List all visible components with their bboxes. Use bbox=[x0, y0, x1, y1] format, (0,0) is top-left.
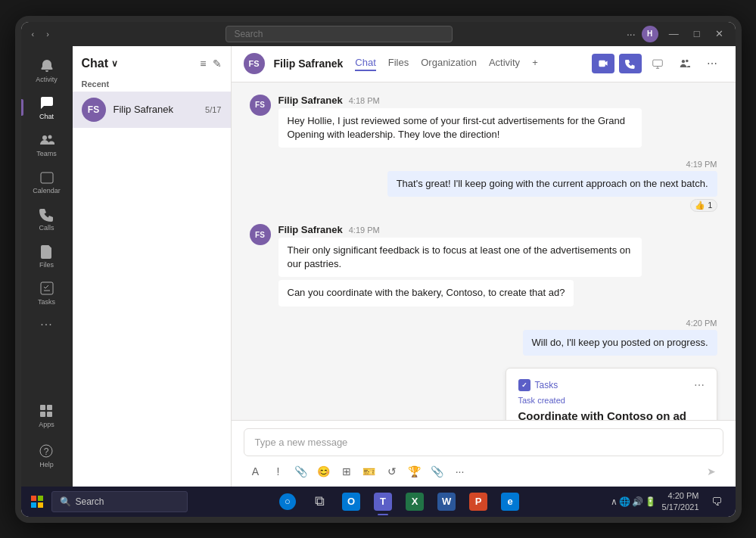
msg-bubble-2b: Can you coordinate with the bakery, Cont… bbox=[278, 280, 574, 306]
main-chat: FS Filip Safranek Chat Files Organizatio… bbox=[232, 46, 736, 487]
msg-avatar-2: FS bbox=[250, 224, 271, 245]
more-toolbar-button[interactable]: ··· bbox=[451, 462, 469, 480]
sidebar-item-calendar[interactable]: Calendar bbox=[21, 163, 73, 201]
tab-activity[interactable]: Activity bbox=[489, 57, 520, 71]
file-icon bbox=[39, 244, 54, 259]
sidebar-item-help[interactable]: ? Help bbox=[39, 437, 54, 474]
nav-back-button[interactable]: ‹ bbox=[29, 28, 38, 40]
taskbar-search-icon: 🔍 bbox=[60, 496, 71, 507]
audio-call-button[interactable] bbox=[619, 54, 642, 73]
attach-button[interactable]: 📎 bbox=[292, 462, 310, 480]
new-chat-icon[interactable]: ✎ bbox=[213, 58, 222, 70]
message-input-box[interactable]: Type a new message bbox=[244, 428, 723, 456]
screen-share-icon bbox=[652, 58, 663, 69]
video-call-button[interactable] bbox=[592, 54, 614, 73]
chat-panel-title: Chat ∨ bbox=[82, 57, 119, 70]
taskbar-excel[interactable]: X bbox=[400, 487, 430, 517]
praise-button[interactable]: 🏆 bbox=[406, 462, 424, 480]
title-bar-dots[interactable]: ··· bbox=[627, 28, 636, 40]
people-icon bbox=[680, 58, 690, 69]
sidebar-item-chat[interactable]: Chat bbox=[21, 89, 73, 126]
title-bar: ‹ › ··· H — □ ✕ bbox=[21, 22, 736, 46]
title-bar-search-input[interactable] bbox=[226, 26, 453, 42]
own-time-2: 4:20 PM bbox=[686, 319, 717, 328]
battery-icon[interactable]: 🔋 bbox=[645, 496, 656, 507]
sidebar-item-apps[interactable]: Apps bbox=[39, 397, 54, 434]
taskbar-cortana[interactable]: ○ bbox=[272, 487, 303, 517]
own-content: 4:19 PM That's great! I'll keep going wi… bbox=[387, 160, 717, 212]
reaction-badge: 👍 1 bbox=[690, 199, 717, 212]
more-dots-icon: ··· bbox=[40, 318, 52, 331]
sticker-button[interactable]: 🎫 bbox=[360, 462, 378, 480]
taskbar-teams[interactable]: T bbox=[368, 487, 398, 517]
taskbar: 🔍 Search ○ ⧉ O T X bbox=[21, 487, 736, 517]
powerpoint-icon: P bbox=[469, 493, 487, 511]
attachment2-button[interactable]: 📎 bbox=[428, 462, 446, 480]
app-area: Activity Chat Teams bbox=[21, 46, 736, 487]
tray-chevron-icon[interactable]: ∧ bbox=[611, 496, 618, 507]
chat-header: FS Filip Safranek Chat Files Organizatio… bbox=[232, 46, 736, 82]
chat-list-item[interactable]: FS Filip Safranek 5/17 bbox=[73, 92, 231, 128]
sidebar-item-teams[interactable]: Teams bbox=[21, 126, 73, 163]
svg-rect-14 bbox=[38, 496, 43, 501]
taskbar-powerpoint[interactable]: P bbox=[463, 487, 493, 517]
task-card-more-button[interactable]: ⋯ bbox=[694, 379, 705, 391]
screen-share-button[interactable] bbox=[646, 54, 669, 73]
taskbar-outlook[interactable]: O bbox=[336, 487, 366, 517]
svg-rect-7 bbox=[47, 412, 52, 417]
taskbar-word[interactable]: W bbox=[431, 487, 462, 517]
own-content-2: 4:20 PM Will do, I'll keep you posted on… bbox=[523, 319, 717, 356]
chat-icon bbox=[39, 95, 54, 110]
format-button[interactable]: A bbox=[247, 462, 265, 480]
svg-point-0 bbox=[42, 135, 47, 140]
sidebar-item-tasks[interactable]: Tasks bbox=[21, 275, 73, 312]
sidebar-item-calls[interactable]: Calls bbox=[21, 201, 73, 238]
msg-time-2: 4:19 PM bbox=[349, 225, 380, 235]
exclaim-button[interactable]: ! bbox=[269, 462, 288, 480]
taskbar-time: 4:20 PM bbox=[668, 490, 699, 501]
user-avatar[interactable]: H bbox=[642, 26, 658, 42]
svg-rect-13 bbox=[31, 496, 36, 501]
tab-chat[interactable]: Chat bbox=[355, 57, 375, 71]
chat-header-actions: ⋯ bbox=[592, 54, 723, 73]
sidebar-item-files[interactable]: Files bbox=[21, 238, 73, 275]
taskbar-taskview[interactable]: ⧉ bbox=[304, 487, 334, 517]
more-options-button[interactable]: ⋯ bbox=[701, 54, 723, 73]
sidebar-item-activity[interactable]: Activity bbox=[21, 52, 73, 89]
start-button[interactable] bbox=[26, 490, 48, 513]
gif-button[interactable]: ⊞ bbox=[338, 462, 356, 480]
taskbar-search-box[interactable]: 🔍 Search bbox=[51, 491, 188, 512]
chat-header-name: Filip Safranek bbox=[274, 58, 344, 70]
svg-point-11 bbox=[681, 60, 684, 63]
sidebar-item-activity-label: Activity bbox=[36, 76, 58, 83]
filter-icon[interactable]: ≡ bbox=[200, 58, 206, 70]
taskbar-clock[interactable]: 4:20 PM 5/17/2021 bbox=[659, 490, 702, 512]
notification-center-button[interactable]: 🗨 bbox=[705, 490, 728, 513]
taskbar-search-label: Search bbox=[76, 496, 104, 507]
sidebar-item-more[interactable]: ··· bbox=[21, 312, 73, 337]
contact-avatar: FS bbox=[82, 98, 106, 122]
message-input-area: Type a new message A ! 📎 😊 ⊞ 🎫 ↺ 🏆 📎 ···… bbox=[232, 420, 736, 487]
maximize-button[interactable]: □ bbox=[689, 26, 705, 41]
minimize-button[interactable]: — bbox=[664, 26, 683, 41]
send-button[interactable]: ➤ bbox=[702, 462, 720, 480]
tab-organization[interactable]: Organization bbox=[421, 57, 477, 71]
phone-icon-header bbox=[625, 58, 636, 69]
audio-icon[interactable]: 🔊 bbox=[632, 496, 643, 507]
tab-add[interactable]: + bbox=[532, 57, 538, 71]
calendar-icon bbox=[39, 169, 54, 185]
emoji-button[interactable]: 😊 bbox=[315, 462, 333, 480]
message-row-own: 4:19 PM That's great! I'll keep going wi… bbox=[250, 160, 717, 212]
tab-files[interactable]: Files bbox=[388, 57, 409, 71]
bell-icon bbox=[39, 58, 54, 73]
nav-forward-button[interactable]: › bbox=[43, 28, 52, 40]
svg-text:?: ? bbox=[44, 446, 49, 457]
loop-button[interactable]: ↺ bbox=[383, 462, 401, 480]
sidebar-item-calls-label: Calls bbox=[39, 224, 54, 232]
close-button[interactable]: ✕ bbox=[711, 26, 728, 41]
taskview-icon: ⧉ bbox=[315, 493, 325, 509]
network-icon[interactable]: 🌐 bbox=[619, 496, 630, 507]
word-icon: W bbox=[437, 493, 456, 511]
people-button[interactable] bbox=[674, 54, 696, 73]
taskbar-edge[interactable]: e bbox=[495, 487, 525, 517]
